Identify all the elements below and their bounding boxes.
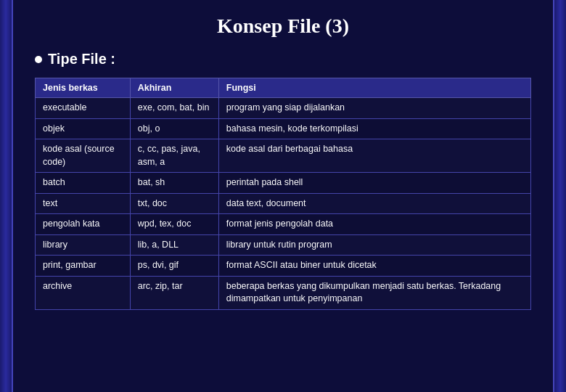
cell-akhiran-1: obj, o bbox=[130, 118, 218, 139]
section-heading: Tipe File : bbox=[35, 51, 531, 68]
cell-akhiran-0: exe, com, bat, bin bbox=[130, 98, 218, 119]
cell-jenis-0: executable bbox=[36, 98, 131, 119]
cell-akhiran-5: wpd, tex, doc bbox=[130, 214, 218, 235]
table-row: archivearc, zip, tarbeberapa berkas yang… bbox=[36, 276, 531, 309]
table-row: pengolah katawpd, tex, docformat jenis p… bbox=[36, 214, 531, 235]
table-row: print, gambarps, dvi, gifformat ASCII at… bbox=[36, 256, 531, 277]
bullet-icon bbox=[35, 56, 42, 63]
cell-jenis-6: library bbox=[36, 234, 131, 256]
cell-fungsi-6: library untuk rutin program bbox=[218, 234, 530, 256]
cell-akhiran-4: txt, doc bbox=[130, 193, 218, 214]
page-title: Konsep File (3) bbox=[35, 15, 531, 38]
cell-jenis-3: batch bbox=[36, 173, 131, 194]
table-row: texttxt, docdata text, document bbox=[36, 193, 531, 214]
cell-fungsi-2: kode asal dari berbagai bahasa bbox=[218, 139, 530, 173]
table-row: batchbat, shperintah pada shell bbox=[36, 173, 531, 194]
cell-fungsi-8: beberapa berkas yang dikumpulkan menjadi… bbox=[218, 276, 530, 309]
cell-jenis-1: objek bbox=[36, 118, 131, 139]
cell-jenis-2: kode asal (source code) bbox=[36, 139, 131, 173]
cell-fungsi-3: perintah pada shell bbox=[218, 173, 530, 194]
main-content: Konsep File (3) Tipe File : Jenis berkas… bbox=[13, 0, 553, 392]
cell-akhiran-2: c, cc, pas, java, asm, a bbox=[130, 139, 218, 173]
cell-fungsi-1: bahasa mesin, kode terkompilasi bbox=[218, 118, 530, 139]
file-types-table: Jenis berkas Akhiran Fungsi executableex… bbox=[35, 78, 531, 310]
table-row: objekobj, obahasa mesin, kode terkompila… bbox=[36, 118, 531, 139]
cell-akhiran-8: arc, zip, tar bbox=[130, 276, 218, 309]
cell-akhiran-3: bat, sh bbox=[130, 173, 218, 194]
side-bar-right bbox=[553, 0, 566, 392]
table-row: executableexe, com, bat, binprogram yang… bbox=[36, 98, 531, 119]
cell-akhiran-7: ps, dvi, gif bbox=[130, 256, 218, 277]
cell-jenis-5: pengolah kata bbox=[36, 214, 131, 235]
side-bar-left bbox=[0, 0, 13, 392]
cell-jenis-4: text bbox=[36, 193, 131, 214]
cell-fungsi-5: format jenis pengolah data bbox=[218, 214, 530, 235]
table-row: librarylib, a, DLLlibrary untuk rutin pr… bbox=[36, 234, 531, 256]
col-header-akhiran: Akhiran bbox=[130, 78, 218, 98]
table-header-row: Jenis berkas Akhiran Fungsi bbox=[36, 78, 531, 98]
cell-jenis-8: archive bbox=[36, 276, 131, 309]
col-header-jenis: Jenis berkas bbox=[36, 78, 131, 98]
cell-fungsi-7: format ASCII atau biner untuk dicetak bbox=[218, 256, 530, 277]
cell-fungsi-4: data text, document bbox=[218, 193, 530, 214]
cell-akhiran-6: lib, a, DLL bbox=[130, 234, 218, 256]
heading-label: Tipe File : bbox=[48, 51, 115, 68]
col-header-fungsi: Fungsi bbox=[218, 78, 530, 98]
table-row: kode asal (source code)c, cc, pas, java,… bbox=[36, 139, 531, 173]
cell-fungsi-0: program yang siap dijalankan bbox=[218, 98, 530, 119]
cell-jenis-7: print, gambar bbox=[36, 256, 131, 277]
